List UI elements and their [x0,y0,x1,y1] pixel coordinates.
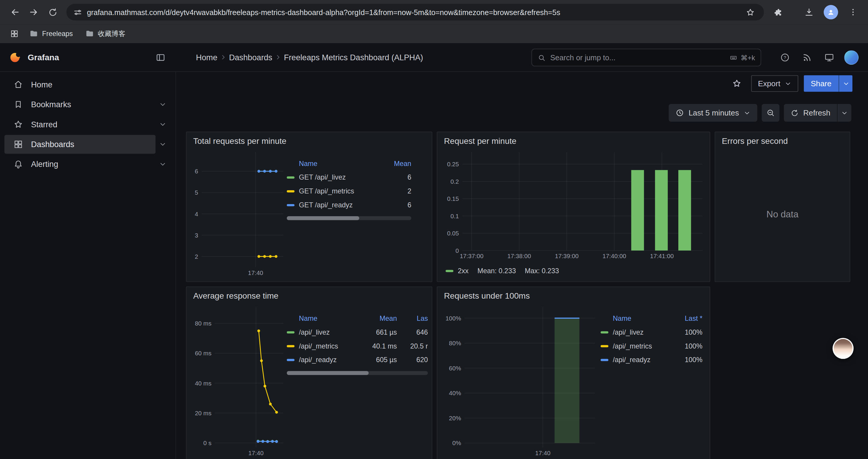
sidebar-item-label: Alerting [31,160,58,169]
legend-scrollbar[interactable] [287,216,411,220]
svg-text:17:38:00: 17:38:00 [507,253,531,259]
series-name[interactable]: /api/_readyz [613,356,651,364]
legend-header-mean[interactable]: Mean [378,160,411,167]
user-profile-button[interactable] [843,49,860,66]
series-name[interactable]: /api/_livez [613,328,644,336]
legend-name-cell: GET /api/_livez [287,173,378,181]
time-series-chart[interactable]: 6543217:40 [191,150,287,278]
series-name[interactable]: GET /api/_livez [299,173,346,181]
bar-chart[interactable]: 100%80%60%40%20%0%17:40 [441,305,598,459]
bookmark-label: Freeleaps [42,30,73,37]
url-input[interactable]: grafana.mathmast.com/d/deytv4rwavabkb/fr… [87,8,738,16]
news-button[interactable] [798,49,816,66]
legend-header-name[interactable]: Name [287,314,362,322]
time-series-chart[interactable]: 80 ms60 ms40 ms20 ms0 s17:40 [191,305,287,459]
chevron-down-icon[interactable] [156,140,170,148]
legend-header-mean[interactable]: Mean [362,314,397,322]
svg-text:100%: 100% [445,315,461,322]
search-input[interactable]: Search or jump to... ⌘+k [531,49,761,66]
breadcrumb-home[interactable]: Home [196,53,217,62]
refresh-button[interactable]: Refresh [784,104,837,122]
sidebar-item-starred[interactable]: Starred [4,115,170,134]
bookmark-icon [13,100,23,109]
series-name[interactable]: 2xx [458,267,469,275]
legend-scrollbar[interactable] [287,371,428,375]
panel-title[interactable]: Request per minute [437,132,710,150]
panel-title[interactable]: Requests under 100ms [437,287,710,305]
favorite-star-button[interactable] [728,75,746,93]
svg-text:17:37:00: 17:37:00 [460,253,483,259]
sidebar-item-home[interactable]: Home [4,75,170,94]
legend-header-name[interactable]: Name [601,314,672,322]
legend-scrollbar-thumb[interactable] [287,371,369,375]
series-name[interactable]: GET /api/_metrics [299,187,354,195]
extensions-button[interactable] [769,3,787,22]
legend-name-cell: /api/_readyz [287,356,362,364]
url-bar[interactable]: grafana.mathmast.com/d/deytv4rwavabkb/fr… [66,4,764,21]
assistant-avatar-button[interactable] [833,338,854,359]
svg-text:0%: 0% [452,439,461,446]
profile-button[interactable] [822,3,840,22]
legend-header-las[interactable]: Las [397,314,428,322]
download-icon [804,7,814,18]
sidebar: Home Bookmarks Starred [0,72,176,459]
series-stat: Max: 0.233 [525,267,559,275]
back-button[interactable] [6,3,25,22]
bookmark-folder-blogs[interactable]: 收藏博客 [80,28,131,40]
sidebar-item-bookmarks[interactable]: Bookmarks [4,95,170,114]
sidebar-item-dashboards[interactable]: Dashboards [4,135,170,154]
share-button[interactable]: Share [804,75,839,92]
export-button[interactable]: Export [751,75,798,92]
bookmark-folder-freeleaps[interactable]: Freeleaps [24,28,78,40]
series-name[interactable]: GET /api/_readyz [299,201,353,209]
chevron-right-icon [275,54,282,61]
kiosk-mode-button[interactable] [820,49,838,66]
legend-name-cell: /api/_readyz [601,356,672,364]
panel-title[interactable]: Errors per second [715,132,850,150]
help-button[interactable]: ? [776,49,794,66]
legend-value-cell: 100% [672,356,703,364]
grafana-logo[interactable] [9,51,21,63]
browser-menu-button[interactable] [844,3,863,22]
refresh-interval-button[interactable] [837,104,851,122]
dock-sidebar-button[interactable] [152,48,169,66]
svg-text:3: 3 [195,232,198,239]
bar-chart[interactable]: 0.250.20.150.10.05017:37:0017:38:0017:39… [441,150,706,264]
series-name[interactable]: /api/_readyz [299,356,337,364]
chevron-down-icon[interactable] [156,160,170,168]
series-marker [445,270,453,272]
series-name[interactable]: /api/_livez [299,328,330,336]
series-name[interactable]: /api/_metrics [299,342,338,350]
folder-icon [85,29,94,38]
breadcrumb-dashboards[interactable]: Dashboards [229,53,272,62]
time-range-picker[interactable]: Last 5 minutes [669,104,757,122]
chevron-down-icon[interactable] [156,101,170,108]
legend-header-last-[interactable]: Last * [672,314,703,322]
legend-name-cell: /api/_metrics [601,342,672,350]
legend-scrollbar-thumb[interactable] [287,216,359,220]
share-menu-button[interactable] [839,75,852,92]
panel-title[interactable]: Total requests per minute [186,132,432,150]
legend-value-cell: 2 [378,187,411,195]
sidebar-item-label: Bookmarks [31,100,71,109]
sidebar-item-alerting[interactable]: Alerting [4,155,170,174]
kebab-menu-icon [848,8,857,17]
series-marker [287,359,294,361]
series-name[interactable]: /api/_metrics [613,342,652,350]
apps-grid-button[interactable] [6,26,22,41]
svg-text:40 ms: 40 ms [195,380,212,387]
legend-header-name[interactable]: Name [287,160,378,167]
zoom-out-button[interactable] [762,104,779,122]
panel-left-icon [156,52,166,62]
legend-header-row: NameLast * [601,311,703,325]
series-marker [287,331,294,333]
legend-name-cell: GET /api/_metrics [287,187,378,195]
panel-title[interactable]: Average response time [186,287,432,305]
star-icon [732,78,742,89]
refresh-split-button: Refresh [784,104,851,122]
chevron-down-icon[interactable] [156,121,170,128]
reload-button[interactable] [43,3,62,22]
bookmark-star-button[interactable] [743,5,757,20]
downloads-button[interactable] [800,3,818,22]
forward-button[interactable] [24,3,43,22]
